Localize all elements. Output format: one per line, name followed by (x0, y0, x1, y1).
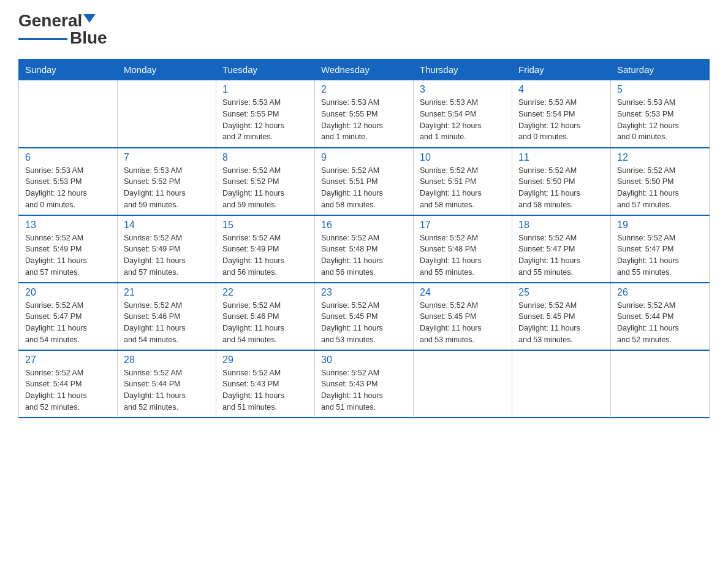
calendar-cell: 17Sunrise: 5:52 AM Sunset: 5:48 PM Dayli… (414, 215, 512, 283)
day-number: 3 (420, 84, 506, 95)
day-info: Sunrise: 5:52 AM Sunset: 5:46 PM Dayligh… (124, 300, 210, 346)
day-number: 6 (25, 152, 111, 163)
calendar-cell: 9Sunrise: 5:52 AM Sunset: 5:51 PM Daylig… (315, 148, 414, 215)
calendar-cell: 4Sunrise: 5:53 AM Sunset: 5:54 PM Daylig… (512, 80, 611, 148)
calendar-cell: 25Sunrise: 5:52 AM Sunset: 5:45 PM Dayli… (512, 283, 611, 350)
day-info: Sunrise: 5:52 AM Sunset: 5:50 PM Dayligh… (617, 165, 703, 211)
logo-triangle-icon (83, 14, 96, 23)
day-info: Sunrise: 5:52 AM Sunset: 5:44 PM Dayligh… (25, 367, 111, 413)
calendar-week-row: 20Sunrise: 5:52 AM Sunset: 5:47 PM Dayli… (19, 283, 710, 350)
day-number: 11 (518, 152, 604, 163)
day-number: 13 (25, 220, 111, 231)
calendar-cell: 18Sunrise: 5:52 AM Sunset: 5:47 PM Dayli… (512, 215, 611, 283)
calendar-cell: 26Sunrise: 5:52 AM Sunset: 5:44 PM Dayli… (611, 283, 710, 350)
day-info: Sunrise: 5:52 AM Sunset: 5:45 PM Dayligh… (518, 300, 604, 346)
calendar-cell: 24Sunrise: 5:52 AM Sunset: 5:45 PM Dayli… (414, 283, 512, 350)
page-header: General Blue (18, 12, 710, 47)
calendar-table: Sunday Monday Tuesday Wednesday Thursday… (18, 59, 710, 418)
calendar-cell: 11Sunrise: 5:52 AM Sunset: 5:50 PM Dayli… (512, 148, 611, 215)
calendar-cell: 2Sunrise: 5:53 AM Sunset: 5:55 PM Daylig… (315, 80, 414, 148)
calendar-cell: 22Sunrise: 5:52 AM Sunset: 5:46 PM Dayli… (216, 283, 315, 350)
day-info: Sunrise: 5:52 AM Sunset: 5:49 PM Dayligh… (124, 232, 210, 278)
calendar-cell: 13Sunrise: 5:52 AM Sunset: 5:49 PM Dayli… (19, 215, 118, 283)
day-info: Sunrise: 5:52 AM Sunset: 5:45 PM Dayligh… (321, 300, 407, 346)
day-info: Sunrise: 5:52 AM Sunset: 5:48 PM Dayligh… (321, 232, 407, 278)
calendar-week-row: 6Sunrise: 5:53 AM Sunset: 5:53 PM Daylig… (19, 148, 710, 215)
day-info: Sunrise: 5:53 AM Sunset: 5:54 PM Dayligh… (420, 97, 506, 143)
day-number: 19 (617, 220, 703, 231)
day-info: Sunrise: 5:52 AM Sunset: 5:52 PM Dayligh… (222, 165, 308, 211)
calendar-cell: 29Sunrise: 5:52 AM Sunset: 5:43 PM Dayli… (216, 350, 315, 418)
calendar-cell: 19Sunrise: 5:52 AM Sunset: 5:47 PM Dayli… (611, 215, 710, 283)
day-info: Sunrise: 5:53 AM Sunset: 5:54 PM Dayligh… (518, 97, 604, 143)
day-number: 30 (321, 354, 407, 366)
calendar-cell: 10Sunrise: 5:52 AM Sunset: 5:51 PM Dayli… (414, 148, 512, 215)
calendar-cell: 23Sunrise: 5:52 AM Sunset: 5:45 PM Dayli… (315, 283, 414, 350)
day-number: 20 (25, 287, 111, 298)
day-number: 25 (518, 287, 604, 298)
calendar-cell: 15Sunrise: 5:52 AM Sunset: 5:49 PM Dayli… (216, 215, 315, 283)
day-info: Sunrise: 5:52 AM Sunset: 5:50 PM Dayligh… (518, 165, 604, 211)
day-number: 23 (321, 287, 407, 298)
calendar-cell: 14Sunrise: 5:52 AM Sunset: 5:49 PM Dayli… (118, 215, 216, 283)
day-number: 18 (518, 220, 604, 231)
calendar-cell: 27Sunrise: 5:52 AM Sunset: 5:44 PM Dayli… (19, 350, 118, 418)
calendar-cell: 1Sunrise: 5:53 AM Sunset: 5:55 PM Daylig… (216, 80, 315, 148)
header-monday: Monday (118, 59, 216, 80)
day-info: Sunrise: 5:52 AM Sunset: 5:49 PM Dayligh… (25, 232, 111, 278)
calendar-cell: 12Sunrise: 5:52 AM Sunset: 5:50 PM Dayli… (611, 148, 710, 215)
calendar-cell: 28Sunrise: 5:52 AM Sunset: 5:44 PM Dayli… (118, 350, 216, 418)
day-info: Sunrise: 5:52 AM Sunset: 5:49 PM Dayligh… (222, 232, 308, 278)
calendar-cell (118, 80, 216, 148)
logo: General Blue (18, 12, 107, 47)
day-info: Sunrise: 5:52 AM Sunset: 5:43 PM Dayligh… (222, 367, 308, 413)
day-number: 28 (124, 354, 210, 366)
day-number: 4 (518, 84, 604, 95)
header-wednesday: Wednesday (315, 59, 414, 80)
calendar-week-row: 13Sunrise: 5:52 AM Sunset: 5:49 PM Dayli… (19, 215, 710, 283)
calendar-cell: 6Sunrise: 5:53 AM Sunset: 5:53 PM Daylig… (19, 148, 118, 215)
day-number: 17 (420, 220, 506, 231)
day-number: 15 (222, 220, 308, 231)
day-number: 1 (222, 84, 308, 95)
calendar-cell: 30Sunrise: 5:52 AM Sunset: 5:43 PM Dayli… (315, 350, 414, 418)
header-saturday: Saturday (611, 59, 710, 80)
day-info: Sunrise: 5:52 AM Sunset: 5:44 PM Dayligh… (617, 300, 703, 346)
calendar-cell (19, 80, 118, 148)
day-number: 22 (222, 287, 308, 298)
calendar-cell: 8Sunrise: 5:52 AM Sunset: 5:52 PM Daylig… (216, 148, 315, 215)
day-info: Sunrise: 5:52 AM Sunset: 5:47 PM Dayligh… (25, 300, 111, 346)
calendar-week-row: 27Sunrise: 5:52 AM Sunset: 5:44 PM Dayli… (19, 350, 710, 418)
day-info: Sunrise: 5:53 AM Sunset: 5:55 PM Dayligh… (321, 97, 407, 143)
calendar-cell: 20Sunrise: 5:52 AM Sunset: 5:47 PM Dayli… (19, 283, 118, 350)
day-number: 29 (222, 354, 308, 366)
day-number: 12 (617, 152, 703, 163)
logo-line (18, 38, 67, 40)
calendar-cell (611, 350, 710, 418)
day-info: Sunrise: 5:53 AM Sunset: 5:53 PM Dayligh… (25, 165, 111, 211)
calendar-cell: 16Sunrise: 5:52 AM Sunset: 5:48 PM Dayli… (315, 215, 414, 283)
calendar-cell (414, 350, 512, 418)
day-number: 7 (124, 152, 210, 163)
day-number: 16 (321, 220, 407, 231)
day-number: 10 (420, 152, 506, 163)
logo-text-general: General (18, 12, 82, 29)
day-number: 9 (321, 152, 407, 163)
day-number: 21 (124, 287, 210, 298)
day-info: Sunrise: 5:53 AM Sunset: 5:53 PM Dayligh… (617, 97, 703, 143)
day-info: Sunrise: 5:53 AM Sunset: 5:52 PM Dayligh… (124, 165, 210, 211)
calendar-cell: 3Sunrise: 5:53 AM Sunset: 5:54 PM Daylig… (414, 80, 512, 148)
header-friday: Friday (512, 59, 611, 80)
calendar-cell: 21Sunrise: 5:52 AM Sunset: 5:46 PM Dayli… (118, 283, 216, 350)
day-info: Sunrise: 5:52 AM Sunset: 5:44 PM Dayligh… (124, 367, 210, 413)
day-number: 14 (124, 220, 210, 231)
calendar-cell (512, 350, 611, 418)
day-info: Sunrise: 5:52 AM Sunset: 5:47 PM Dayligh… (617, 232, 703, 278)
day-info: Sunrise: 5:53 AM Sunset: 5:55 PM Dayligh… (222, 97, 308, 143)
day-number: 26 (617, 287, 703, 298)
calendar-cell: 7Sunrise: 5:53 AM Sunset: 5:52 PM Daylig… (118, 148, 216, 215)
day-info: Sunrise: 5:52 AM Sunset: 5:43 PM Dayligh… (321, 367, 407, 413)
day-info: Sunrise: 5:52 AM Sunset: 5:48 PM Dayligh… (420, 232, 506, 278)
day-info: Sunrise: 5:52 AM Sunset: 5:51 PM Dayligh… (321, 165, 407, 211)
header-tuesday: Tuesday (216, 59, 315, 80)
